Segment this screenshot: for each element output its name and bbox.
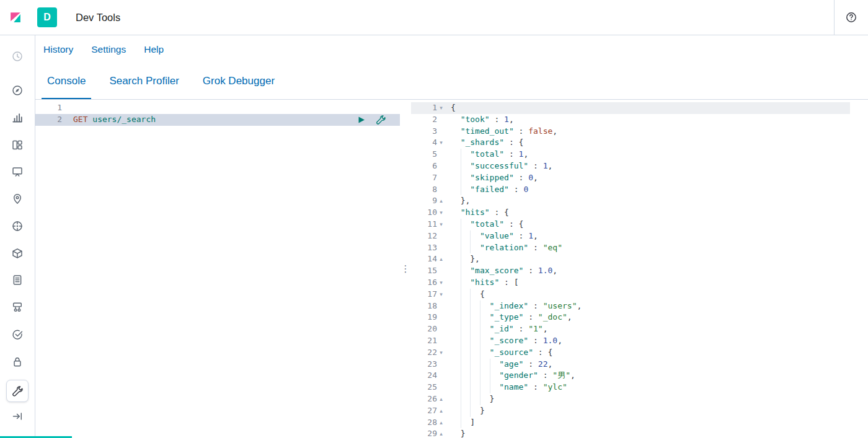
expand-nav-icon — [12, 411, 23, 422]
fold-toggle-icon — [437, 184, 445, 196]
line-number: 5 — [411, 149, 445, 160]
response-line[interactable]: 7 "skipped" : 0, — [411, 172, 850, 184]
fold-toggle-icon — [437, 126, 445, 138]
response-line[interactable]: 26▴ } — [411, 393, 850, 405]
response-line-text: } — [445, 428, 850, 438]
response-line-text: { — [445, 289, 850, 300]
request-line[interactable]: 2GET users/_search — [35, 114, 400, 126]
response-editor[interactable]: 1▾{2 "took" : 1,3 "timed_out" : false,4▾… — [411, 100, 868, 438]
response-line[interactable]: 15 "max_score" : 1.0, — [411, 265, 850, 277]
sidebar-item-discover[interactable] — [7, 82, 27, 100]
response-line[interactable]: 12 "value" : 1, — [411, 230, 850, 242]
response-line-text: "_source" : { — [445, 347, 850, 359]
fold-toggle-icon[interactable]: ▾ — [437, 289, 445, 300]
maps-icon — [12, 193, 23, 204]
response-line[interactable]: 23 "age" : 22, — [411, 359, 850, 370]
sidebar-item-dev-tools[interactable] — [6, 380, 29, 402]
response-line[interactable]: 11▾ "total" : { — [411, 219, 850, 230]
response-line[interactable]: 24 "gender" : "男", — [411, 370, 850, 382]
sidebar-item-apm[interactable] — [7, 299, 27, 317]
fold-toggle-icon[interactable]: ▴ — [437, 428, 445, 438]
response-line[interactable]: 29▴ } — [411, 428, 850, 438]
tab-grok-debugger[interactable]: Grok Debugger — [197, 64, 280, 99]
response-line[interactable]: 5 "total" : 1, — [411, 149, 850, 160]
response-line-text: "gender" : "男", — [445, 370, 850, 382]
fold-toggle-icon[interactable]: ▾ — [437, 347, 445, 359]
response-line-text: "total" : { — [445, 219, 850, 230]
response-line[interactable]: 4▾ "_shards" : { — [411, 137, 850, 149]
response-line-text: "_score" : 1.0, — [445, 335, 850, 347]
tab-search-profiler[interactable]: Search Profiler — [104, 64, 184, 99]
response-line[interactable]: 8 "failed" : 0 — [411, 184, 850, 196]
sidebar-item-recently-viewed[interactable] — [7, 48, 27, 66]
request-line[interactable]: 1 — [35, 102, 400, 114]
sidebar-item-infrastructure[interactable] — [7, 244, 27, 262]
response-line[interactable]: 2 "took" : 1, — [411, 114, 850, 126]
response-line[interactable]: 22▾ "_source" : { — [411, 347, 850, 359]
sidebar-item-uptime[interactable] — [7, 326, 27, 344]
sidebar-item-siem[interactable] — [7, 353, 27, 370]
response-line[interactable]: 17▾ { — [411, 289, 850, 300]
space-badge[interactable]: D — [37, 7, 57, 27]
line-number: 9▴ — [411, 195, 445, 207]
fold-toggle-icon[interactable]: ▴ — [437, 405, 445, 417]
response-line[interactable]: 9▴ }, — [411, 195, 850, 207]
sidebar-item-expand-nav[interactable] — [7, 406, 27, 426]
response-line-text: "age" : 22, — [445, 359, 850, 370]
line-number: 6 — [411, 160, 445, 172]
tab-console[interactable]: Console — [42, 64, 91, 99]
response-line[interactable]: 27▴ } — [411, 405, 850, 417]
kibana-logo-icon[interactable] — [10, 12, 21, 23]
sidebar-item-dashboard[interactable] — [7, 136, 27, 154]
response-line[interactable]: 13 "relation" : "eq" — [411, 242, 850, 254]
fold-toggle-icon[interactable]: ▴ — [437, 253, 445, 265]
menu-item-settings[interactable]: Settings — [91, 44, 126, 55]
line-number: 12 — [411, 230, 445, 242]
response-line[interactable]: 25 "name" : "ylc" — [411, 382, 850, 393]
line-number: 23 — [411, 359, 445, 370]
response-line[interactable]: 20 "_id" : "1", — [411, 323, 850, 335]
response-line[interactable]: 21 "_score" : 1.0, — [411, 335, 850, 347]
request-options-button[interactable] — [375, 114, 386, 125]
line-number: 13 — [411, 242, 445, 254]
response-line[interactable]: 1▾{ — [411, 102, 850, 114]
sidebar-item-visualize[interactable] — [7, 109, 27, 127]
fold-toggle-icon[interactable]: ▴ — [437, 417, 445, 429]
send-request-button[interactable] — [356, 114, 367, 125]
console-split-view: 12GET users/_search ⋮ 1▾{2 "took" : 1,3 … — [35, 100, 868, 438]
response-line[interactable]: 16▾ "hits" : [ — [411, 277, 850, 289]
response-line-text: "skipped" : 0, — [445, 172, 850, 184]
response-line[interactable]: 3 "timed_out" : false, — [411, 126, 850, 138]
fold-toggle-icon — [437, 230, 445, 242]
recently-viewed-icon — [12, 51, 23, 62]
response-line[interactable]: 6 "successful" : 1, — [411, 160, 850, 172]
help-icon[interactable] — [846, 12, 857, 23]
sidebar-item-machine-learning[interactable] — [7, 217, 27, 235]
console-menu-bar: HistorySettingsHelp — [35, 35, 868, 64]
response-line[interactable]: 28▴ ] — [411, 417, 850, 429]
sidebar-item-logs[interactable] — [7, 271, 27, 289]
machine-learning-icon — [12, 221, 23, 232]
line-number: 14▴ — [411, 253, 445, 265]
fold-toggle-icon[interactable]: ▴ — [437, 195, 445, 207]
response-line[interactable]: 19 "_type" : "_doc", — [411, 312, 850, 323]
fold-toggle-icon[interactable]: ▾ — [437, 277, 445, 289]
sidebar-item-maps[interactable] — [7, 190, 27, 208]
response-line[interactable]: 14▴ }, — [411, 253, 850, 265]
sidebar-item-canvas[interactable] — [7, 163, 27, 181]
app-sidebar — [0, 35, 35, 438]
menu-item-help[interactable]: Help — [144, 44, 164, 55]
fold-toggle-icon — [437, 265, 445, 277]
response-line[interactable]: 18 "_index" : "users", — [411, 300, 850, 312]
fold-toggle-icon[interactable]: ▾ — [437, 137, 445, 149]
fold-toggle-icon — [437, 382, 445, 393]
fold-toggle-icon[interactable]: ▾ — [437, 102, 445, 114]
request-editor[interactable]: 12GET users/_search — [35, 100, 400, 438]
panel-resizer-handle[interactable]: ⋮ — [401, 263, 410, 274]
response-line-text: } — [445, 405, 850, 417]
fold-toggle-icon[interactable]: ▾ — [437, 207, 445, 219]
menu-item-history[interactable]: History — [43, 44, 73, 55]
response-line[interactable]: 10▾ "hits" : { — [411, 207, 850, 219]
fold-toggle-icon[interactable]: ▾ — [437, 219, 445, 230]
fold-toggle-icon[interactable]: ▴ — [437, 393, 445, 405]
